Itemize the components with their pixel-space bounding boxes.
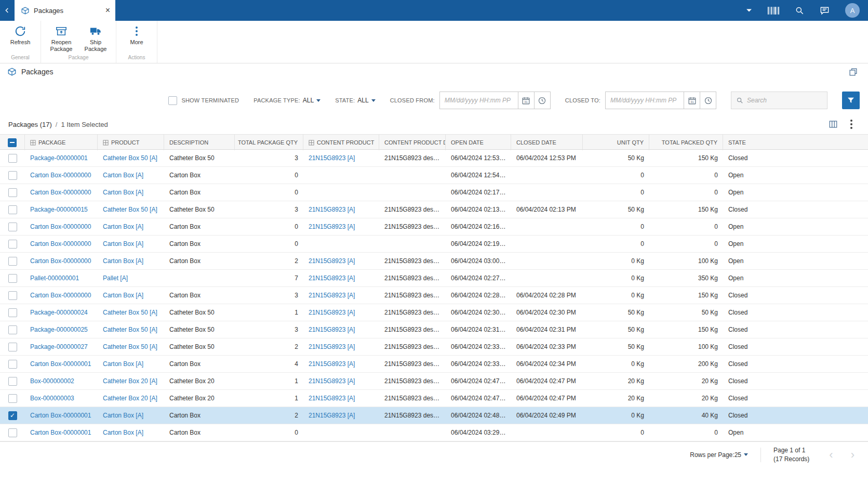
- table-row[interactable]: Package-000000015 Catheter Box 50 [A] Ca…: [0, 201, 868, 218]
- col-product[interactable]: PRODUCT: [98, 135, 164, 150]
- package-link[interactable]: Carton Box-00000001: [30, 360, 91, 368]
- product-link[interactable]: Catheter Box 20 [A]: [103, 395, 157, 402]
- package-type-dropdown[interactable]: PACKAGE TYPE: ALL: [253, 97, 321, 104]
- table-row[interactable]: Package-000000027 Catheter Box 50 [A] Ca…: [0, 338, 868, 356]
- row-select-cell[interactable]: [0, 205, 25, 214]
- package-link[interactable]: Carton Box-00000000: [30, 189, 91, 196]
- row-select-cell[interactable]: [0, 240, 25, 249]
- col-state[interactable]: STATE: [723, 135, 868, 150]
- content-product-link[interactable]: 21N15G8923 [A]: [309, 360, 355, 368]
- package-link[interactable]: Carton Box-00000000: [30, 172, 91, 179]
- calendar-icon[interactable]: 31: [518, 92, 535, 109]
- search-input[interactable]: [747, 97, 822, 104]
- content-product-link[interactable]: 21N15G8923 [A]: [309, 326, 355, 333]
- filter-button[interactable]: [842, 92, 860, 109]
- col-open-date[interactable]: OPEN DATE: [446, 135, 511, 150]
- product-link[interactable]: Pallet [A]: [103, 275, 128, 282]
- row-select-cell[interactable]: [0, 274, 25, 283]
- row-select-cell[interactable]: [0, 154, 25, 163]
- chat-icon[interactable]: [820, 6, 830, 16]
- product-link[interactable]: Catheter Box 50 [A]: [103, 154, 157, 162]
- row-select-cell[interactable]: [0, 188, 25, 197]
- product-link[interactable]: Carton Box [A]: [103, 257, 143, 265]
- content-product-link[interactable]: 21N15G8923 [A]: [309, 377, 355, 385]
- product-link[interactable]: Carton Box [A]: [103, 223, 143, 230]
- more-button[interactable]: More: [119, 23, 154, 54]
- clock-icon[interactable]: [535, 92, 551, 109]
- col-content-product[interactable]: CONTENT PRODUCT: [303, 135, 379, 150]
- col-content-product-desc[interactable]: CONTENT PRODUCT DE...: [379, 135, 446, 150]
- product-link[interactable]: Catheter Box 50 [A]: [103, 206, 157, 213]
- product-link[interactable]: Carton Box [A]: [103, 189, 143, 196]
- clock-icon[interactable]: [700, 92, 716, 109]
- product-link[interactable]: Carton Box [A]: [103, 172, 143, 179]
- package-link[interactable]: Package-000000015: [30, 206, 88, 213]
- row-select-cell[interactable]: [0, 223, 25, 231]
- product-link[interactable]: Catheter Box 50 [A]: [103, 343, 157, 350]
- table-row[interactable]: Carton Box-00000000 Carton Box [A] Carto…: [0, 218, 868, 236]
- table-row[interactable]: Package-000000024 Catheter Box 50 [A] Ca…: [0, 304, 868, 321]
- product-link[interactable]: Carton Box [A]: [103, 240, 143, 247]
- row-select-cell[interactable]: [0, 360, 25, 369]
- content-product-link[interactable]: 21N15G8923 [A]: [309, 292, 355, 299]
- row-checkbox[interactable]: [8, 377, 17, 386]
- package-link[interactable]: Package-000000027: [30, 343, 88, 350]
- col-total-packed-qty[interactable]: TOTAL PACKED QTY: [649, 135, 723, 150]
- prev-page-icon[interactable]: ‹: [829, 449, 833, 461]
- table-row[interactable]: Package-000000001 Catheter Box 50 [A] Ca…: [0, 150, 868, 167]
- table-row[interactable]: Carton Box-00000000 Carton Box [A] Carto…: [0, 236, 868, 253]
- back-button[interactable]: [0, 0, 15, 21]
- product-link[interactable]: Catheter Box 20 [A]: [103, 377, 157, 385]
- package-link[interactable]: Pallet-000000001: [30, 275, 79, 282]
- table-row[interactable]: Carton Box-00000000 Carton Box [A] Carto…: [0, 184, 868, 201]
- product-link[interactable]: Catheter Box 50 [A]: [103, 309, 157, 316]
- row-select-cell[interactable]: [0, 308, 25, 317]
- content-product-link[interactable]: 21N15G8923 [A]: [309, 275, 355, 282]
- table-row[interactable]: Carton Box-00000000 Carton Box [A] Carto…: [0, 253, 868, 270]
- row-checkbox[interactable]: [8, 240, 17, 249]
- table-row[interactable]: Carton Box-00000001 Carton Box [A] Carto…: [0, 356, 868, 373]
- row-select-cell[interactable]: [0, 171, 25, 180]
- content-product-link[interactable]: 21N15G8923 [A]: [309, 206, 355, 213]
- package-link[interactable]: Box-000000003: [30, 395, 74, 402]
- tab-packages[interactable]: Packages ×: [15, 0, 115, 21]
- refresh-button[interactable]: Refresh: [3, 23, 37, 54]
- row-checkbox[interactable]: [8, 343, 17, 351]
- col-unit-qty[interactable]: UNIT QTY: [583, 135, 649, 150]
- row-checkbox[interactable]: [8, 291, 17, 300]
- table-row[interactable]: Box-000000003 Catheter Box 20 [A] Cathet…: [0, 390, 868, 407]
- row-checkbox[interactable]: [8, 411, 17, 420]
- row-select-cell[interactable]: [0, 343, 25, 351]
- product-link[interactable]: Carton Box [A]: [103, 412, 143, 419]
- row-checkbox[interactable]: [8, 257, 17, 266]
- table-row[interactable]: Pallet-000000001 Pallet [A] 7 21N15G8923…: [0, 270, 868, 287]
- table-row[interactable]: Carton Box-00000001 Carton Box [A] Carto…: [0, 424, 868, 441]
- show-terminated-checkbox[interactable]: [168, 96, 177, 105]
- content-product-link[interactable]: 21N15G8923 [A]: [309, 412, 355, 419]
- table-row[interactable]: Package-000000025 Catheter Box 50 [A] Ca…: [0, 321, 868, 338]
- select-all-checkbox[interactable]: [8, 138, 17, 147]
- row-checkbox[interactable]: [8, 360, 17, 369]
- col-package[interactable]: PACKAGE: [25, 135, 98, 150]
- ship-package-button[interactable]: Ship Package: [78, 23, 113, 54]
- reopen-package-button[interactable]: Reopen Package: [44, 23, 78, 54]
- col-closed-date[interactable]: CLOSED DATE: [511, 135, 583, 150]
- row-select-cell[interactable]: [0, 377, 25, 386]
- calendar-icon[interactable]: 31: [684, 92, 700, 109]
- table-row[interactable]: Carton Box-00000001 Carton Box [A] Carto…: [0, 407, 868, 424]
- row-checkbox[interactable]: [8, 205, 17, 214]
- select-all-cell[interactable]: [0, 135, 25, 150]
- state-dropdown[interactable]: STATE: ALL: [335, 97, 375, 104]
- rows-per-page-dropdown[interactable]: Rows per Page: 25: [690, 451, 748, 459]
- row-checkbox[interactable]: [8, 154, 17, 163]
- row-checkbox[interactable]: [8, 223, 17, 231]
- row-select-cell[interactable]: [0, 257, 25, 266]
- row-checkbox[interactable]: [8, 188, 17, 197]
- product-link[interactable]: Catheter Box 50 [A]: [103, 326, 157, 333]
- grid-more-icon[interactable]: [850, 120, 852, 129]
- row-select-cell[interactable]: [0, 411, 25, 420]
- row-select-cell[interactable]: [0, 394, 25, 403]
- content-product-link[interactable]: 21N15G8923 [A]: [309, 154, 355, 162]
- product-link[interactable]: Carton Box [A]: [103, 292, 143, 299]
- package-link[interactable]: Package-000000025: [30, 326, 88, 333]
